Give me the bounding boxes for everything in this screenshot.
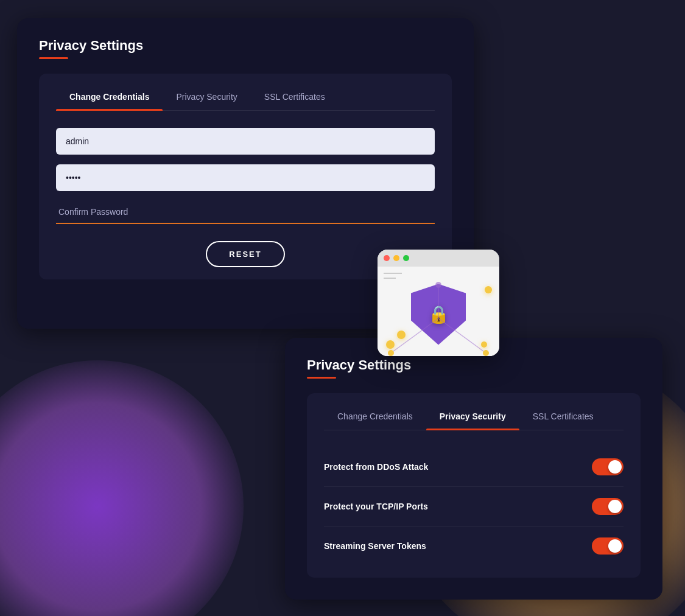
title-underline-front	[307, 377, 336, 379]
tab-ssl-certificates-front[interactable]: SSL Certificates	[519, 405, 607, 430]
tabs-back: Change Credentials Privacy Security SSL …	[56, 86, 435, 111]
net-line-2	[384, 278, 396, 279]
password-input[interactable]	[56, 164, 435, 191]
confirm-password-input[interactable]	[56, 201, 435, 224]
tab-change-credentials-back[interactable]: Change Credentials	[56, 86, 163, 110]
lock-icon: 🔒	[428, 304, 449, 324]
yellow-dot-4	[481, 341, 487, 348]
browser-body: 🔒	[378, 267, 499, 356]
svg-point-3	[388, 350, 394, 356]
tab-privacy-security-front[interactable]: Privacy Security	[426, 405, 519, 430]
toggle-label-tcp: Protect your TCP/IP Ports	[324, 502, 428, 511]
yellow-dot-2	[397, 331, 406, 339]
browser-dot-red	[384, 255, 390, 261]
yellow-dot-1	[386, 340, 395, 349]
tabs-front: Change Credentials Privacy Security SSL …	[324, 405, 624, 430]
shield-shape: 🔒	[411, 284, 466, 345]
title-underline	[39, 57, 68, 59]
yellow-dot-3	[485, 286, 492, 293]
net-line-1	[384, 273, 402, 274]
toggle-row-streaming: Streaming Server Tokens	[324, 527, 624, 565]
toggle-row-ddos: Protect from DDoS Attack	[324, 447, 624, 487]
confirm-password-wrap	[56, 201, 435, 224]
browser-dot-yellow	[393, 255, 399, 261]
card-back-inner: Change Credentials Privacy Security SSL …	[39, 74, 452, 279]
toggle-streaming[interactable]	[592, 537, 624, 555]
toggle-knob-tcp	[608, 500, 622, 513]
card-back-title: Privacy Settings	[39, 38, 452, 54]
card-front-inner: Change Credentials Privacy Security SSL …	[307, 393, 641, 578]
toggle-ddos[interactable]	[592, 458, 624, 475]
toggle-row-tcp: Protect your TCP/IP Ports	[324, 487, 624, 527]
svg-point-4	[483, 350, 489, 356]
browser-topbar	[378, 250, 499, 267]
browser-window: 🔒	[378, 250, 499, 356]
shield-container: 🔒	[411, 278, 466, 345]
tab-privacy-security-back[interactable]: Privacy Security	[163, 86, 250, 110]
toggle-tcp[interactable]	[592, 498, 624, 515]
tab-ssl-certificates-back[interactable]: SSL Certificates	[251, 86, 339, 110]
toggle-label-ddos: Protect from DDoS Attack	[324, 462, 428, 472]
browser-dot-green	[403, 255, 409, 261]
shield-illustration: 🔒	[378, 250, 511, 383]
tab-change-credentials-front[interactable]: Change Credentials	[324, 405, 426, 430]
toggle-knob-ddos	[608, 460, 622, 474]
toggle-knob-streaming	[608, 539, 622, 553]
username-input[interactable]	[56, 128, 435, 155]
bg-blob-purple	[0, 360, 244, 616]
toggle-label-streaming: Streaming Server Tokens	[324, 541, 426, 551]
reset-button[interactable]: RESET	[206, 241, 284, 267]
